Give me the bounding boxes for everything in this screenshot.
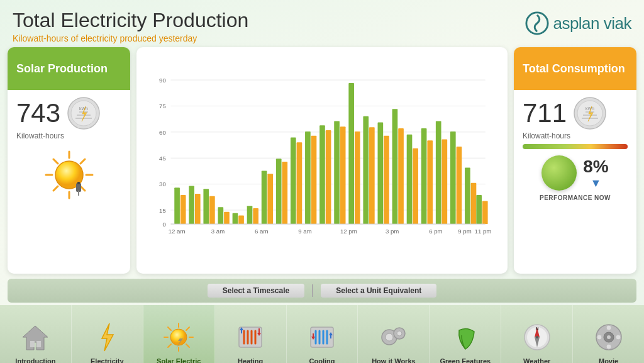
svg-line-13 <box>80 186 85 191</box>
svg-marker-98 <box>102 323 113 351</box>
svg-rect-64 <box>392 109 398 224</box>
nav-item-electricity[interactable]: Electricity <box>72 305 143 363</box>
svg-rect-34 <box>174 187 180 224</box>
nav-label-electricity: Electricity <box>91 357 124 363</box>
svg-point-130 <box>397 331 402 336</box>
svg-point-139 <box>606 325 611 330</box>
leaf-icon <box>452 321 479 353</box>
svg-rect-35 <box>180 195 186 224</box>
svg-text:9 pm: 9 pm <box>458 228 471 235</box>
down-arrow-icon: ▼ <box>583 177 608 190</box>
solar-value: 743 <box>16 100 60 126</box>
svg-rect-54 <box>319 125 325 224</box>
electricity-icon-wrap <box>89 320 125 355</box>
movie-icon-wrap <box>591 320 626 355</box>
svg-rect-61 <box>369 127 375 224</box>
svg-rect-66 <box>407 135 413 224</box>
nav-bar: Introduction Electricity <box>0 305 644 363</box>
nav-label-weather: Weather <box>523 357 550 363</box>
svg-point-128 <box>386 333 393 341</box>
svg-rect-60 <box>363 116 369 224</box>
svg-text:30: 30 <box>159 181 166 187</box>
performance-percentage: 8% <box>583 157 608 177</box>
solar-unit: Kilowatt-hours <box>16 131 64 140</box>
nav-item-movie[interactable]: Movie <box>573 305 644 363</box>
consumption-card-body: 711 kWh Kilowatt-hours 8% ▼ <box>514 90 636 208</box>
svg-rect-39 <box>209 196 215 224</box>
performance-row: 8% ▼ <box>523 155 628 191</box>
solar-value-row: 743 kWh <box>16 96 101 130</box>
svg-rect-77 <box>482 201 488 225</box>
svg-text:6 am: 6 am <box>255 228 268 235</box>
svg-line-106 <box>168 344 171 347</box>
svg-rect-50 <box>291 138 296 225</box>
logo-text: asplan viak <box>553 14 631 33</box>
svg-text:6 pm: 6 pm <box>429 228 442 235</box>
svg-rect-65 <box>398 128 404 224</box>
chart-card: 90 75 60 45 30 15 0 <box>136 47 508 274</box>
toolbar-divider <box>312 284 313 297</box>
header-text: Total Electricity Production Kilowatt-ho… <box>13 9 248 43</box>
nav-item-cooling[interactable]: Cooling <box>287 305 358 363</box>
svg-rect-68 <box>421 128 427 224</box>
svg-text:N: N <box>535 327 538 331</box>
svg-rect-38 <box>203 189 209 224</box>
svg-rect-46 <box>262 170 267 224</box>
svg-point-140 <box>606 344 611 349</box>
svg-rect-96 <box>30 341 35 347</box>
main-content: Solar Production 743 kWh Kilowatt-hours <box>0 47 644 274</box>
consumption-value: 711 <box>523 100 567 126</box>
solar-electric-icon-wrap <box>161 320 196 355</box>
solar-production-card: Solar Production 743 kWh Kilowatt-hours <box>8 47 130 274</box>
svg-text:90: 90 <box>159 77 166 84</box>
svg-rect-63 <box>384 136 389 224</box>
chart-svg: 90 75 60 45 30 15 0 <box>147 56 497 267</box>
svg-point-143 <box>607 335 611 339</box>
svg-rect-62 <box>378 122 384 224</box>
svg-line-14 <box>80 159 85 164</box>
unit-button[interactable]: Select a Unit Equivalent <box>321 284 436 298</box>
gears-icon <box>378 322 409 352</box>
lightning-icon <box>96 322 118 352</box>
svg-rect-72 <box>450 131 456 224</box>
toolbar: Select a Timescale Select a Unit Equival… <box>8 279 636 303</box>
svg-point-135 <box>536 336 538 338</box>
sun-icon <box>41 147 97 203</box>
svg-rect-73 <box>457 147 462 224</box>
page-subtitle: Kilowatt-hours of electricity produced y… <box>13 33 248 43</box>
consumption-unit: Kilowatt-hours <box>523 131 628 140</box>
header: Total Electricity Production Kilowatt-ho… <box>0 0 644 47</box>
svg-rect-49 <box>282 162 288 224</box>
timescale-button[interactable]: Select a Timescale <box>208 284 305 298</box>
svg-line-103 <box>168 327 171 330</box>
svg-rect-18 <box>77 182 80 184</box>
house-icon <box>20 323 50 351</box>
nav-item-how-it-works[interactable]: How it Works <box>358 305 430 363</box>
nav-item-heating[interactable]: Heating <box>215 305 287 363</box>
nav-label-cooling: Cooling <box>309 357 335 363</box>
svg-rect-37 <box>195 194 201 224</box>
meter-icon: kWh <box>67 96 101 130</box>
svg-rect-67 <box>413 148 418 224</box>
svg-rect-44 <box>247 206 253 224</box>
svg-point-142 <box>616 335 621 340</box>
svg-rect-41 <box>224 212 230 224</box>
svg-line-105 <box>186 327 189 330</box>
svg-text:3 pm: 3 pm <box>386 228 399 235</box>
nav-item-introduction[interactable]: Introduction <box>0 305 72 363</box>
svg-point-107 <box>170 329 187 345</box>
svg-rect-56 <box>334 121 340 225</box>
nav-label-green-features: Green Features <box>440 357 491 363</box>
svg-text:75: 75 <box>159 103 166 109</box>
svg-text:12 am: 12 am <box>169 228 186 235</box>
film-reel-icon <box>594 322 624 352</box>
how-it-works-icon-wrap <box>376 320 411 355</box>
nav-item-weather[interactable]: N Weather <box>501 305 573 363</box>
svg-marker-95 <box>23 326 48 350</box>
svg-point-141 <box>597 335 602 340</box>
consumption-meter-icon: kWh <box>573 96 607 130</box>
nav-item-solar-electric[interactable]: Solar Electric <box>143 305 215 363</box>
svg-rect-74 <box>465 168 470 224</box>
nav-item-green-features[interactable]: Green Features <box>430 305 501 363</box>
svg-text:45: 45 <box>159 155 166 162</box>
